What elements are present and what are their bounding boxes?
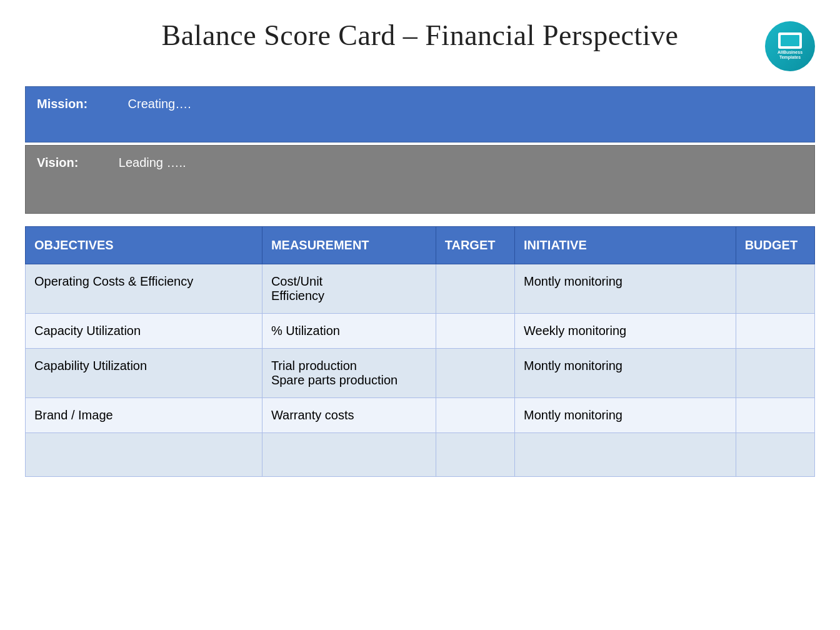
- vision-label: Vision:: [37, 156, 78, 169]
- table-header-row: OBJECTIVES MEASUREMENT TARGET INITIATIVE…: [26, 227, 815, 264]
- logo-text: AllBusiness Templates: [778, 50, 802, 61]
- cell-target-3: [436, 398, 514, 433]
- col-header-objectives: OBJECTIVES: [26, 227, 262, 264]
- cell-initiative-4: [515, 433, 736, 477]
- cell-target-2: [436, 349, 514, 398]
- cell-initiative-2: Montly monitoring: [515, 349, 736, 398]
- table-row: Capacity Utilization% UtilizationWeekly …: [26, 314, 815, 349]
- cell-target-4: [436, 433, 514, 477]
- logo-screen: [778, 32, 802, 49]
- col-header-measurement: MEASUREMENT: [262, 227, 436, 264]
- header-area: Balance Score Card – Financial Perspecti…: [25, 19, 815, 71]
- cell-initiative-0: Montly monitoring: [515, 264, 736, 314]
- cell-objectives-3: Brand / Image: [26, 398, 262, 433]
- cell-budget-2: [736, 349, 814, 398]
- cell-target-1: [436, 314, 514, 349]
- col-header-target: TARGET: [436, 227, 514, 264]
- cell-budget-3: [736, 398, 814, 433]
- mission-label: Mission:: [37, 97, 88, 111]
- cell-initiative-3: Montly monitoring: [515, 398, 736, 433]
- table-row: Capability UtilizationTrial productionSp…: [26, 349, 815, 398]
- cell-budget-4: [736, 433, 814, 477]
- table-row: [26, 433, 815, 477]
- cell-objectives-4: [26, 433, 262, 477]
- table-row: Brand / ImageWarranty costsMontly monito…: [26, 398, 815, 433]
- cell-objectives-1: Capacity Utilization: [26, 314, 262, 349]
- cell-measurement-0: Cost/UnitEfficiency: [262, 264, 436, 314]
- cell-initiative-1: Weekly monitoring: [515, 314, 736, 349]
- cell-objectives-0: Operating Costs & Efficiency: [26, 264, 262, 314]
- mission-section: Mission: Creating….: [25, 86, 815, 142]
- vision-section: Vision: Leading …..: [25, 145, 815, 214]
- cell-objectives-2: Capability Utilization: [26, 349, 262, 398]
- cell-measurement-2: Trial productionSpare parts production: [262, 349, 436, 398]
- cell-measurement-3: Warranty costs: [262, 398, 436, 433]
- cell-target-0: [436, 264, 514, 314]
- table-row: Operating Costs & EfficiencyCost/UnitEff…: [26, 264, 815, 314]
- col-header-budget: BUDGET: [736, 227, 814, 264]
- cell-measurement-1: % Utilization: [262, 314, 436, 349]
- scorecard-table: OBJECTIVES MEASUREMENT TARGET INITIATIVE…: [25, 226, 815, 477]
- logo-screen-inner: [781, 35, 799, 46]
- cell-budget-0: [736, 264, 814, 314]
- page-title: Balance Score Card – Financial Perspecti…: [81, 19, 759, 52]
- cell-budget-1: [736, 314, 814, 349]
- vision-value: Leading …..: [119, 156, 186, 169]
- cell-measurement-4: [262, 433, 436, 477]
- logo: AllBusiness Templates: [765, 21, 815, 71]
- col-header-initiative: INITIATIVE: [515, 227, 736, 264]
- mission-value: Creating….: [128, 97, 191, 111]
